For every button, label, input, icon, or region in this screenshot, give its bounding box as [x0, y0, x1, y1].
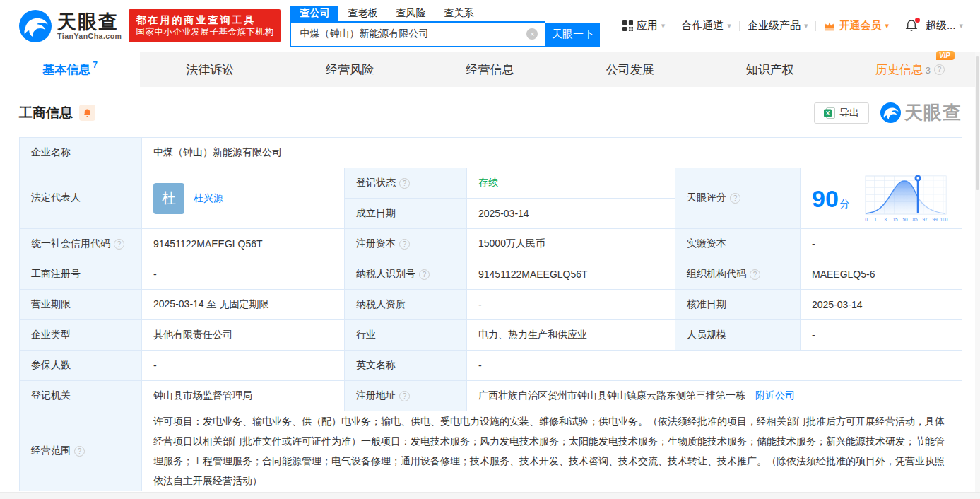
nav-divider: [897, 21, 897, 31]
search-button[interactable]: 天眼一下: [545, 23, 600, 47]
help-icon[interactable]: ?: [419, 269, 430, 280]
brand-name: 天眼查: [57, 12, 122, 32]
notification-bell[interactable]: [905, 19, 918, 33]
field-label: 纳税人识别号?: [345, 259, 467, 290]
help-icon[interactable]: ?: [934, 64, 945, 75]
promo-line2: 国家中小企业发展子基金旗下机构: [136, 26, 273, 38]
tab-history[interactable]: 历史信息 3 ? VIP: [840, 52, 980, 87]
help-icon[interactable]: ?: [730, 193, 740, 204]
field-label: 成立日期: [345, 199, 467, 229]
score-value: 90分: [812, 187, 850, 211]
section-header: 工商信息 X 导出 天眼查: [19, 87, 962, 137]
search-type-tabs: 查公司 查老板 查风险 查关系: [290, 6, 545, 23]
tianyancha-logo[interactable]: 天眼查 TianYanCha.com: [19, 10, 122, 42]
nav-divider: [739, 21, 740, 31]
tab-ip-label: 知识产权: [746, 61, 794, 78]
scrollbar-thumb[interactable]: [976, 56, 979, 190]
table-row: 法定代表人 杜 杜兴源 登记状态? 存续 天眼评分?: [20, 168, 962, 199]
chevron-down-icon: ▾: [727, 21, 731, 30]
tab-risk[interactable]: 经营风险: [280, 52, 420, 87]
scrollbar[interactable]: [975, 52, 980, 499]
promo-banner: 都在用的商业查询工具 国家中小企业发展子基金旗下机构: [129, 9, 281, 42]
svg-text:85: 85: [912, 217, 918, 222]
approval-date-value: 2025-03-14: [801, 290, 962, 320]
search-tab-risk[interactable]: 查风险: [386, 6, 435, 21]
table-row: 营业期限 2025-03-14 至 无固定期限 纳税人资质 - 核准日期 202…: [20, 290, 962, 320]
tab-legal[interactable]: 法律诉讼: [140, 52, 280, 87]
svg-text:99: 99: [932, 217, 938, 222]
field-label: 参保人数: [20, 351, 142, 381]
help-icon[interactable]: ?: [114, 239, 124, 250]
top-nav: 应用 ▾ 合作通道 ▾ 企业级产品 ▾ 开通会员 ▾: [622, 19, 980, 33]
search-box: ×: [290, 23, 545, 47]
field-label: 英文名称: [345, 351, 467, 381]
tab-basic-info[interactable]: 基本信息 7: [0, 52, 140, 87]
field-label: 组织机构代码?: [675, 259, 801, 290]
help-icon[interactable]: ?: [399, 239, 410, 250]
field-label: 企业类型: [20, 320, 142, 351]
content: 工商信息 X 导出 天眼查: [0, 87, 980, 491]
business-info-table: 企业名称 中煤（钟山）新能源有限公司 法定代表人 杜 杜兴源 登记状态? 存续 …: [19, 137, 962, 491]
tab-ip[interactable]: 知识产权: [700, 52, 840, 87]
section-title: 工商信息: [19, 104, 73, 122]
tab-legal-label: 法律诉讼: [186, 61, 234, 78]
excel-icon: X: [824, 107, 835, 119]
search-tab-boss[interactable]: 查老板: [338, 6, 386, 21]
svg-text:50: 50: [902, 217, 908, 222]
search-input[interactable]: [291, 28, 526, 40]
staff-size-value: -: [801, 320, 962, 351]
search-tab-relation[interactable]: 查关系: [435, 6, 483, 21]
org-code-value: MAEEGLQ5-6: [801, 259, 962, 290]
watermark-text: 天眼查: [904, 100, 962, 125]
tab-basic-info-count: 7: [93, 60, 98, 70]
chevron-down-icon: ▾: [661, 21, 666, 30]
help-icon[interactable]: ?: [74, 446, 85, 457]
search-tab-company[interactable]: 查公司: [290, 6, 338, 21]
english-name-value: -: [467, 351, 962, 381]
brand-domain: TianYanCha.com: [57, 32, 122, 40]
apps-grid-icon: [622, 20, 633, 31]
field-label: 统一社会信用代码?: [20, 229, 142, 259]
nav-enterprise[interactable]: 企业级产品 ▾: [748, 19, 808, 33]
legal-rep-link[interactable]: 杜兴源: [194, 192, 223, 205]
nav-open-vip[interactable]: 开通会员 ▾: [824, 19, 889, 33]
tab-development[interactable]: 公司发展: [560, 52, 700, 87]
nearby-companies-link[interactable]: 附近公司: [755, 389, 795, 401]
svg-text:3: 3: [884, 217, 887, 222]
est-date-value: 2025-03-14: [467, 199, 675, 229]
field-label: 工商注册号: [20, 259, 142, 290]
registered-address-value: 广西壮族自治区贺州市钟山县钟山镇康云路东侧第三排第一栋: [478, 389, 745, 401]
field-label: 登记状态?: [345, 168, 467, 199]
field-label: 核准日期: [675, 290, 801, 320]
watermark-logo: 天眼查: [880, 100, 962, 125]
help-icon[interactable]: ?: [750, 269, 760, 280]
tab-operation[interactable]: 经营信息: [420, 52, 560, 87]
insured-count-value: -: [142, 351, 345, 381]
tab-history-inner: 历史信息 3 ? VIP: [875, 61, 945, 78]
subscribe-bell-button[interactable]: [79, 105, 95, 121]
registered-address-cell: 广西壮族自治区贺州市钟山县钟山镇康云路东侧第三排第一栋 附近公司: [467, 381, 962, 411]
table-row: 统一社会信用代码? 91451122MAEEGLQ56T 注册资本? 15000…: [20, 229, 962, 259]
field-label: 营业期限: [20, 290, 142, 320]
score-distribution-chart: 013 155085 9799100: [864, 173, 950, 224]
export-button[interactable]: X 导出: [814, 102, 869, 124]
bell-icon: [83, 108, 92, 118]
paid-capital-value: -: [801, 229, 962, 259]
help-icon[interactable]: ?: [399, 391, 410, 401]
field-label: 实缴资本: [675, 229, 801, 259]
nav-partner[interactable]: 合作通道 ▾: [681, 19, 731, 33]
tab-development-label: 公司发展: [606, 61, 654, 78]
clear-icon[interactable]: ×: [526, 28, 538, 40]
nav-apps[interactable]: 应用 ▾: [622, 19, 666, 33]
svg-text:X: X: [826, 110, 830, 117]
avatar[interactable]: 杜: [153, 183, 184, 214]
svg-text:100: 100: [940, 217, 948, 222]
credit-code-value: 91451122MAEEGLQ56T: [142, 229, 345, 259]
nav-partner-label: 合作通道: [681, 19, 724, 33]
taxpayer-id-value: 91451122MAEEGLQ56T: [467, 259, 675, 290]
svg-text:97: 97: [922, 217, 928, 222]
nav-super-vip-label: 超级...: [926, 19, 956, 33]
nav-super-vip[interactable]: 超级... ▾: [926, 19, 963, 33]
help-icon[interactable]: ?: [399, 178, 410, 189]
registered-capital-value: 15000万人民币: [467, 229, 675, 259]
